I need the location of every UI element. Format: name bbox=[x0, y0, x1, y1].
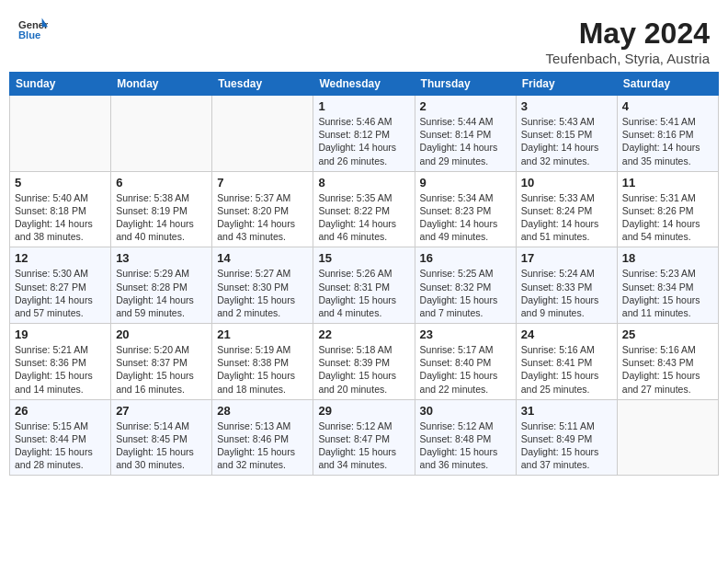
calendar-cell: 3Sunrise: 5:43 AMSunset: 8:15 PMDaylight… bbox=[516, 96, 617, 172]
calendar-dow-tuesday: Tuesday bbox=[212, 73, 313, 96]
day-info: Sunrise: 5:26 AMSunset: 8:31 PMDaylight:… bbox=[318, 267, 409, 319]
day-number: 30 bbox=[420, 404, 511, 418]
day-number: 8 bbox=[318, 176, 409, 190]
day-info: Sunrise: 5:33 AMSunset: 8:24 PMDaylight:… bbox=[521, 191, 612, 244]
day-number: 29 bbox=[318, 404, 409, 418]
calendar-cell: 22Sunrise: 5:18 AMSunset: 8:39 PMDayligh… bbox=[313, 324, 415, 400]
day-info: Sunrise: 5:16 AMSunset: 8:41 PMDaylight:… bbox=[521, 343, 612, 396]
day-info: Sunrise: 5:12 AMSunset: 8:48 PMDaylight:… bbox=[420, 419, 511, 472]
svg-text:Blue: Blue bbox=[18, 29, 40, 40]
day-info: Sunrise: 5:34 AMSunset: 8:23 PMDaylight:… bbox=[420, 191, 511, 244]
day-info: Sunrise: 5:12 AMSunset: 8:47 PMDaylight:… bbox=[318, 419, 409, 472]
day-number: 20 bbox=[116, 327, 207, 341]
day-number: 24 bbox=[521, 327, 612, 341]
calendar-cell: 12Sunrise: 5:30 AMSunset: 8:27 PMDayligh… bbox=[10, 247, 111, 324]
calendar-week-1: 1Sunrise: 5:46 AMSunset: 8:12 PMDaylight… bbox=[10, 96, 719, 172]
day-info: Sunrise: 5:20 AMSunset: 8:37 PMDaylight:… bbox=[116, 343, 207, 396]
page-header: General Blue May 2024 Teufenbach, Styria… bbox=[9, 9, 719, 72]
calendar-cell: 9Sunrise: 5:34 AMSunset: 8:23 PMDaylight… bbox=[415, 171, 516, 247]
day-number: 12 bbox=[15, 251, 106, 265]
calendar-dow-wednesday: Wednesday bbox=[313, 73, 415, 96]
day-info: Sunrise: 5:29 AMSunset: 8:28 PMDaylight:… bbox=[116, 267, 207, 319]
calendar-cell: 18Sunrise: 5:23 AMSunset: 8:34 PMDayligh… bbox=[617, 247, 718, 324]
calendar-cell: 20Sunrise: 5:20 AMSunset: 8:37 PMDayligh… bbox=[111, 324, 212, 400]
calendar-week-2: 5Sunrise: 5:40 AMSunset: 8:18 PMDaylight… bbox=[10, 171, 719, 247]
calendar-cell: 30Sunrise: 5:12 AMSunset: 8:48 PMDayligh… bbox=[415, 399, 516, 476]
day-info: Sunrise: 5:17 AMSunset: 8:40 PMDaylight:… bbox=[420, 343, 511, 396]
day-number: 1 bbox=[318, 99, 409, 113]
day-number: 25 bbox=[622, 327, 713, 341]
day-info: Sunrise: 5:41 AMSunset: 8:16 PMDaylight:… bbox=[622, 115, 713, 167]
day-info: Sunrise: 5:25 AMSunset: 8:32 PMDaylight:… bbox=[420, 267, 511, 319]
day-info: Sunrise: 5:40 AMSunset: 8:18 PMDaylight:… bbox=[15, 191, 106, 244]
day-number: 26 bbox=[15, 404, 106, 418]
calendar-cell: 11Sunrise: 5:31 AMSunset: 8:26 PMDayligh… bbox=[617, 171, 718, 247]
day-number: 16 bbox=[420, 251, 511, 265]
day-info: Sunrise: 5:27 AMSunset: 8:30 PMDaylight:… bbox=[217, 267, 308, 319]
day-info: Sunrise: 5:30 AMSunset: 8:27 PMDaylight:… bbox=[15, 267, 106, 319]
day-number: 28 bbox=[217, 404, 308, 418]
day-number: 17 bbox=[521, 251, 612, 265]
calendar-cell: 24Sunrise: 5:16 AMSunset: 8:41 PMDayligh… bbox=[516, 324, 617, 400]
day-number: 6 bbox=[116, 176, 207, 190]
calendar-cell: 15Sunrise: 5:26 AMSunset: 8:31 PMDayligh… bbox=[313, 247, 415, 324]
calendar-week-3: 12Sunrise: 5:30 AMSunset: 8:27 PMDayligh… bbox=[10, 247, 719, 324]
day-info: Sunrise: 5:46 AMSunset: 8:12 PMDaylight:… bbox=[318, 115, 409, 167]
calendar-cell: 4Sunrise: 5:41 AMSunset: 8:16 PMDaylight… bbox=[617, 96, 718, 172]
calendar-cell: 25Sunrise: 5:16 AMSunset: 8:43 PMDayligh… bbox=[617, 324, 718, 400]
calendar-dow-thursday: Thursday bbox=[415, 73, 516, 96]
calendar-cell: 1Sunrise: 5:46 AMSunset: 8:12 PMDaylight… bbox=[313, 96, 415, 172]
calendar-cell: 17Sunrise: 5:24 AMSunset: 8:33 PMDayligh… bbox=[516, 247, 617, 324]
day-number: 13 bbox=[116, 251, 207, 265]
calendar-cell: 6Sunrise: 5:38 AMSunset: 8:19 PMDaylight… bbox=[111, 171, 212, 247]
calendar-header-row: SundayMondayTuesdayWednesdayThursdayFrid… bbox=[10, 73, 719, 96]
calendar-cell: 16Sunrise: 5:25 AMSunset: 8:32 PMDayligh… bbox=[415, 247, 516, 324]
calendar-cell: 14Sunrise: 5:27 AMSunset: 8:30 PMDayligh… bbox=[212, 247, 313, 324]
day-number: 22 bbox=[318, 327, 409, 341]
calendar-cell: 28Sunrise: 5:13 AMSunset: 8:46 PMDayligh… bbox=[212, 399, 313, 476]
calendar-cell: 13Sunrise: 5:29 AMSunset: 8:28 PMDayligh… bbox=[111, 247, 212, 324]
title-area: May 2024 Teufenbach, Styria, Austria bbox=[546, 17, 710, 66]
calendar-cell: 26Sunrise: 5:15 AMSunset: 8:44 PMDayligh… bbox=[10, 399, 111, 476]
calendar-cell bbox=[212, 96, 313, 172]
calendar-dow-friday: Friday bbox=[516, 73, 617, 96]
calendar-cell: 29Sunrise: 5:12 AMSunset: 8:47 PMDayligh… bbox=[313, 399, 415, 476]
calendar-dow-sunday: Sunday bbox=[10, 73, 111, 96]
day-info: Sunrise: 5:23 AMSunset: 8:34 PMDaylight:… bbox=[622, 267, 713, 319]
calendar-cell: 2Sunrise: 5:44 AMSunset: 8:14 PMDaylight… bbox=[415, 96, 516, 172]
day-number: 14 bbox=[217, 251, 308, 265]
calendar-dow-monday: Monday bbox=[111, 73, 212, 96]
day-number: 18 bbox=[622, 251, 713, 265]
day-number: 4 bbox=[622, 99, 713, 113]
day-number: 15 bbox=[318, 251, 409, 265]
calendar-cell bbox=[617, 399, 718, 476]
calendar-cell: 27Sunrise: 5:14 AMSunset: 8:45 PMDayligh… bbox=[111, 399, 212, 476]
day-info: Sunrise: 5:31 AMSunset: 8:26 PMDaylight:… bbox=[622, 191, 713, 244]
calendar-cell: 5Sunrise: 5:40 AMSunset: 8:18 PMDaylight… bbox=[10, 171, 111, 247]
calendar-week-5: 26Sunrise: 5:15 AMSunset: 8:44 PMDayligh… bbox=[10, 399, 719, 476]
day-number: 23 bbox=[420, 327, 511, 341]
day-info: Sunrise: 5:18 AMSunset: 8:39 PMDaylight:… bbox=[318, 343, 409, 396]
day-info: Sunrise: 5:43 AMSunset: 8:15 PMDaylight:… bbox=[521, 115, 612, 167]
day-number: 31 bbox=[521, 404, 612, 418]
day-info: Sunrise: 5:35 AMSunset: 8:22 PMDaylight:… bbox=[318, 191, 409, 244]
logo-icon: General Blue bbox=[18, 17, 48, 42]
day-info: Sunrise: 5:15 AMSunset: 8:44 PMDaylight:… bbox=[15, 419, 106, 472]
day-number: 5 bbox=[15, 176, 106, 190]
day-number: 7 bbox=[217, 176, 308, 190]
calendar-cell: 31Sunrise: 5:11 AMSunset: 8:49 PMDayligh… bbox=[516, 399, 617, 476]
day-number: 21 bbox=[217, 327, 308, 341]
calendar-cell: 23Sunrise: 5:17 AMSunset: 8:40 PMDayligh… bbox=[415, 324, 516, 400]
day-info: Sunrise: 5:16 AMSunset: 8:43 PMDaylight:… bbox=[622, 343, 713, 396]
day-number: 27 bbox=[116, 404, 207, 418]
day-number: 19 bbox=[15, 327, 106, 341]
day-number: 9 bbox=[420, 176, 511, 190]
calendar-cell: 21Sunrise: 5:19 AMSunset: 8:38 PMDayligh… bbox=[212, 324, 313, 400]
main-title: May 2024 bbox=[546, 17, 710, 51]
calendar-cell: 7Sunrise: 5:37 AMSunset: 8:20 PMDaylight… bbox=[212, 171, 313, 247]
day-info: Sunrise: 5:38 AMSunset: 8:19 PMDaylight:… bbox=[116, 191, 207, 244]
calendar-table: SundayMondayTuesdayWednesdayThursdayFrid… bbox=[9, 72, 719, 476]
calendar-cell: 10Sunrise: 5:33 AMSunset: 8:24 PMDayligh… bbox=[516, 171, 617, 247]
day-number: 3 bbox=[521, 99, 612, 113]
day-number: 10 bbox=[521, 176, 612, 190]
